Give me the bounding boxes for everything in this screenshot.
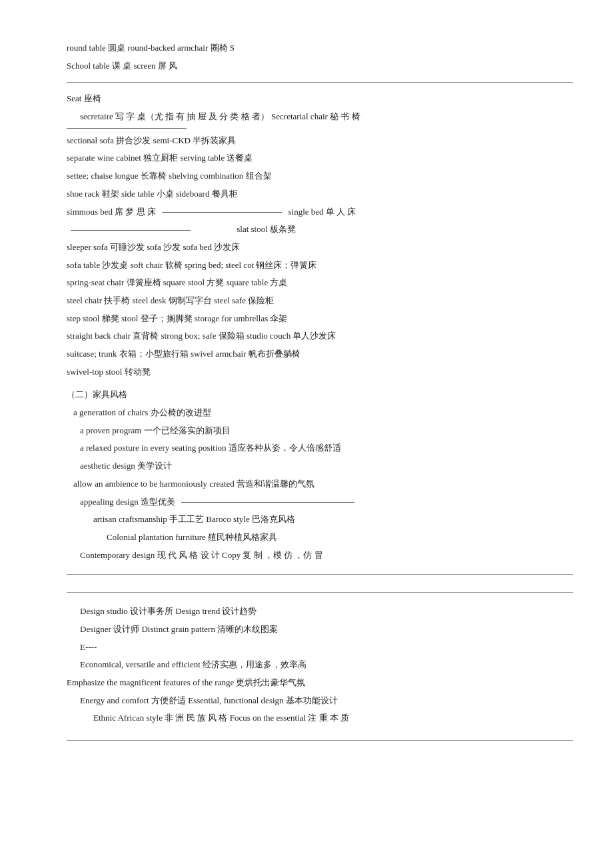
divider-1 [67, 82, 573, 83]
artisan-line: artisan craftsmanship 手工工艺 Baroco style … [67, 511, 573, 528]
entry-swivel-top: swivel-top stool 转动凳 [67, 364, 573, 381]
entry-shoe-rack: shoe rack 鞋架 side table 小桌 sideboard 餐具柜 [67, 186, 573, 203]
simmous-line: simmous bed 席 梦 思 床 single bed 单 人 床 [67, 204, 573, 221]
dashes-row: slat stool 板条凳 [67, 221, 573, 238]
underline-short [67, 128, 187, 129]
colonial-line: Colonial plantation furniture 殖民种植风格家具 [67, 529, 573, 546]
top-line2: School table 课 桌 screen 屏 风 [67, 58, 573, 75]
divider-bottom [67, 740, 573, 741]
lower-line5: Emphasize the magnificent features of th… [67, 675, 573, 691]
entry-step-stool: step stool 梯凳 stool 登子；搁脚凳 storage for u… [67, 311, 573, 327]
lower-line7: Ethnic African style 非 洲 民 族 风 格 Focus o… [67, 710, 573, 727]
section2-header: （二）家具风格 [67, 387, 573, 403]
entry-sleeper-sofa: sleeper sofa 可睡沙发 sofa 沙发 sofa bed 沙发床 [67, 239, 573, 256]
secretaire-line: secretaire 写 字 桌（尤 指 有 抽 屉 及 分 类 格 者） Se… [67, 109, 573, 125]
entry-sectional-sofa: sectional sofa 拼合沙发 semi-CKD 半拆装家具 [67, 133, 573, 149]
style-entry-3: aesthetic design 美学设计 [67, 458, 573, 475]
style-entry-4: allow an ambience to be harmoniously cre… [67, 476, 573, 493]
contemporary-line: Contemporary design 现 代 风 格 设 计 Copy 复 制… [67, 547, 573, 564]
dash-line-3 [181, 502, 354, 503]
divider-2b [67, 592, 573, 593]
style-entry-2: a relaxed posture in every seating posit… [67, 440, 573, 457]
entry-straight-back: straight back chair 直背椅 strong box; safe… [67, 328, 573, 345]
single-bed-text: single bed 单 人 床 [288, 207, 356, 217]
entry-sofa-table: sofa table 沙发桌 soft chair 软椅 spring bed;… [67, 257, 573, 274]
lower-line2: Designer 设计师 Distinct grain pattern 清晰的木… [67, 621, 573, 638]
dash-line-1 [162, 212, 282, 213]
entry-steel-chair: steel chair 扶手椅 steel desk 钢制写字台 steel s… [67, 293, 573, 309]
seat-header: Seat 座椅 [67, 91, 573, 107]
appealing-text: appealing design 造型优美 [80, 497, 175, 507]
seat-section: Seat 座椅 secretaire 写 字 桌（尤 指 有 抽 屉 及 分 类… [67, 91, 573, 380]
page-content: round table 圆桌 round-backed armchair 圈椅 … [67, 40, 573, 741]
entry-spring-seat: spring-seat chair 弹簧座椅 square stool 方凳 s… [67, 275, 573, 291]
lower-section: Design studio 设计事务所 Design trend 设计趋势 De… [67, 603, 573, 727]
divider-2a [67, 574, 573, 575]
lower-line6: Energy and comfort 方便舒适 Essential, funct… [67, 693, 573, 709]
entry-settee: settee; chaise longue 长靠椅 shelving combi… [67, 168, 573, 185]
entry-suitcase: suitcase; trunk 衣箱；小型旅行箱 swivel armchair… [67, 346, 573, 363]
slat-stool-text: slat stool 板条凳 [197, 224, 296, 234]
dash-line-2 [71, 230, 191, 231]
style-entry-5: appealing design 造型优美 [67, 494, 573, 511]
style-entry-1: a proven program 一个已经落实的新项目 [67, 423, 573, 439]
section-divider-area [67, 574, 573, 593]
spacer-1 [67, 576, 573, 592]
entry-separate-wine: separate wine cabinet 独立厨柜 serving table… [67, 150, 573, 167]
top-section: round table 圆桌 round-backed armchair 圈椅 … [67, 40, 573, 74]
lower-line1: Design studio 设计事务所 Design trend 设计趋势 [67, 603, 573, 620]
simmous-text: simmous bed 席 梦 思 床 [67, 207, 156, 217]
lower-line3: E---- [67, 639, 573, 656]
lower-line4: Economical, versatile and efficient 经济实惠… [67, 657, 573, 673]
top-line1: round table 圆桌 round-backed armchair 圈椅 … [67, 40, 573, 57]
style-entry-0: a generation of chairs 办公椅的改进型 [67, 405, 573, 421]
section2: （二）家具风格 a generation of chairs 办公椅的改进型 a… [67, 387, 573, 563]
bottom-divider-area [67, 740, 573, 741]
